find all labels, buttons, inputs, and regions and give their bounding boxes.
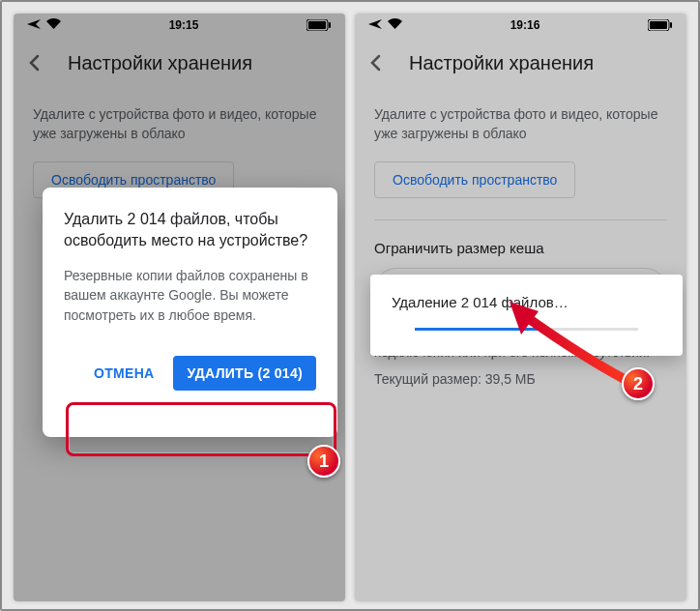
phone-left: 19:15 Настройки хранения Удалите с устро… [14, 14, 345, 601]
cancel-button[interactable]: ОТМЕНА [82, 358, 165, 389]
delete-button[interactable]: УДАЛИТЬ (2 014) [173, 356, 316, 391]
step-badge-2: 2 [622, 367, 655, 400]
dialog-title: Удалить 2 014 файлов, чтобы освободить м… [64, 209, 316, 250]
phone-right: 19:16 Настройки хранения Удалите с устро… [355, 14, 686, 601]
delete-progress-toast: Удаление 2 014 файлов… [370, 275, 683, 356]
progress-bar [415, 328, 638, 331]
dialog-actions: ОТМЕНА УДАЛИТЬ (2 014) [64, 356, 316, 391]
toast-title: Удаление 2 014 файлов… [392, 294, 661, 310]
dialog-body: Резервные копии файлов сохранены в вашем… [64, 266, 316, 325]
step-badge-1: 1 [307, 445, 340, 478]
progress-fill [415, 328, 538, 331]
confirm-delete-dialog: Удалить 2 014 файлов, чтобы освободить м… [43, 188, 337, 437]
